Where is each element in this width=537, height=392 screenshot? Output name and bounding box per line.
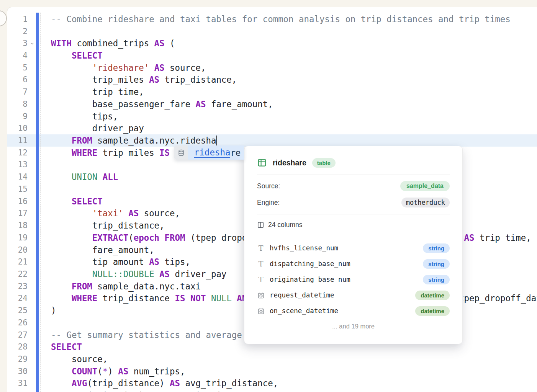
code-line-text: driver_pay (51, 123, 144, 133)
code-line[interactable]: 2 (7, 25, 537, 38)
divider (257, 175, 450, 175)
line-number[interactable]: 4 (7, 51, 36, 60)
code-line-text: trip_time, (51, 87, 144, 97)
code-token: 'rideshare' (92, 63, 149, 73)
line-number[interactable]: 13 (7, 160, 36, 169)
code-line-text: SELECT (51, 196, 103, 206)
column-type-badge: datetime (415, 291, 450, 300)
code-line-text: ) (51, 305, 56, 315)
code-token: ) (51, 305, 56, 315)
code-token: (trip_distance) (87, 378, 170, 388)
line-number[interactable]: 10 (7, 124, 36, 133)
line-number[interactable]: 18 (7, 221, 36, 230)
code-line[interactable]: 9 tips, (7, 110, 537, 122)
code-line[interactable]: 3⌄WITH combined_trips AS ( (7, 37, 537, 49)
line-number[interactable]: 28 (7, 342, 36, 351)
column-row: Tdispatching_base_numstring (257, 258, 450, 269)
text-type-icon: T (257, 260, 265, 268)
line-number[interactable]: 7 (7, 87, 36, 96)
code-token: NULL (211, 293, 232, 303)
code-line[interactable]: 1-- Combine rideshare and taxi tables fo… (7, 13, 537, 25)
text-type-icon: T (257, 244, 265, 252)
code-token: COUNT (72, 366, 97, 376)
line-number[interactable]: 21 (7, 257, 36, 266)
line-number[interactable]: 6 (7, 75, 36, 84)
column-row: on_scene_datetimedatetime (257, 305, 450, 316)
code-token (51, 366, 72, 376)
line-number[interactable]: 20 (7, 245, 36, 255)
code-token: avg_trip_distance, (180, 378, 278, 388)
line-number[interactable]: 14 (7, 172, 36, 181)
code-token: trip_time, (474, 233, 536, 243)
line-number[interactable]: 16 (7, 197, 36, 206)
line-number[interactable]: 30 (7, 367, 36, 376)
code-token (51, 172, 72, 182)
code-line[interactable]: 31 AVG(trip_distance) AS avg_trip_distan… (7, 377, 537, 390)
code-line[interactable]: 5 'rideshare' AS source, (7, 62, 537, 74)
line-number[interactable]: 9 (7, 112, 36, 121)
code-line-text: tips, (51, 111, 118, 121)
code-token: fare_amount, (51, 245, 154, 255)
column-name: originating_base_num (270, 276, 423, 283)
autocomplete-suggestion[interactable]: rideshare (174, 145, 244, 160)
code-token: base_passenger_fare (51, 99, 195, 109)
code-token: ( (165, 38, 175, 48)
code-line[interactable]: 10 driver_pay (7, 122, 537, 134)
code-line-text: FROM sample_data.nyc.ridesha (51, 136, 217, 145)
columns-summary-row: 24 columns (257, 220, 450, 230)
code-token (51, 63, 92, 73)
line-number[interactable]: 24 (7, 294, 36, 303)
code-token (159, 233, 164, 243)
code-token: AS (464, 233, 474, 243)
line-number[interactable]: 22 (7, 270, 36, 279)
code-line-active[interactable]: 11 FROM sample_data.nyc.ridesha (7, 134, 537, 147)
code-line[interactable]: 32 AVG(trip_time) AS avg_trip_time, (7, 389, 537, 392)
code-token: sample_data.nyc.taxi (92, 281, 201, 291)
line-number[interactable]: 2 (7, 27, 36, 36)
column-type-badge: string (423, 243, 450, 253)
code-token: driver_pay (170, 269, 226, 279)
suggestion-label[interactable]: rideshare (188, 145, 244, 160)
code-token: num_trips, (128, 366, 185, 376)
line-number[interactable]: 25 (7, 306, 36, 315)
code-token (206, 293, 211, 303)
code-token (123, 208, 128, 218)
code-token: trip_miles (97, 148, 159, 158)
code-line[interactable]: 8 base_passenger_fare AS fare_amount, (7, 98, 537, 110)
column-name: dispatching_base_num (270, 260, 423, 268)
code-line[interactable]: 30 COUNT(*) AS num_trips, (7, 365, 537, 377)
code-line[interactable]: 6 trip_miles AS trip_distance, (7, 74, 537, 86)
code-token: WHERE (72, 293, 97, 303)
code-token (51, 378, 72, 388)
code-line[interactable]: 29 source, (7, 353, 537, 365)
popup-meta-row: Engine:motherduck (257, 197, 450, 208)
code-token (51, 51, 72, 60)
indent-guide-line (40, 13, 41, 392)
column-name: on_scene_datetime (270, 307, 415, 315)
code-token: AS (118, 366, 128, 376)
line-number[interactable]: 17 (7, 209, 36, 218)
line-number[interactable]: 11 (7, 136, 36, 145)
code-line[interactable]: 7 trip_time, (7, 86, 537, 98)
column-type-badge: string (423, 275, 450, 284)
line-number[interactable]: 15 (7, 185, 36, 194)
line-number[interactable]: 27 (7, 330, 36, 340)
line-number[interactable]: 26 (7, 318, 36, 327)
code-token (149, 63, 154, 73)
column-list: Thvfhs_license_numstringTdispatching_bas… (257, 243, 450, 316)
code-line[interactable]: 4 SELECT (7, 49, 537, 62)
line-number[interactable]: 29 (7, 354, 36, 364)
code-line-text: -- Combine rideshare and taxi tables for… (51, 14, 511, 24)
code-token: trip_distance, (51, 220, 165, 230)
fold-chevron-down-icon[interactable]: ⌄ (29, 39, 35, 46)
line-number[interactable]: 19 (7, 233, 36, 242)
code-token (232, 293, 237, 303)
line-number[interactable]: 31 (7, 379, 36, 388)
line-number[interactable]: 1 (7, 15, 36, 24)
line-number[interactable]: 12 (7, 148, 36, 157)
column-name: hvfhs_license_num (270, 244, 423, 252)
line-number[interactable]: 23 (7, 282, 36, 291)
line-number[interactable]: 5 (7, 63, 36, 72)
code-line-text: AVG(trip_distance) AS avg_trip_distance, (51, 378, 278, 388)
line-number[interactable]: 8 (7, 100, 36, 109)
